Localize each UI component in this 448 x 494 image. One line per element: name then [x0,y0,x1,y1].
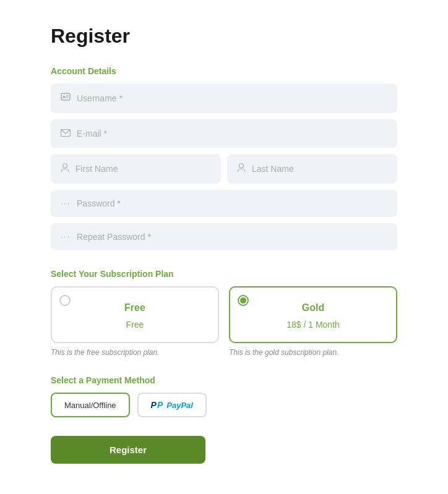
last-name-field-wrapper [227,154,397,184]
plan-card-gold[interactable]: Gold 18$ / 1 Month [229,286,397,343]
manual-payment-label: Manual/Offline [64,401,116,410]
svg-rect-0 [61,93,70,100]
paypal-label: PayPal [166,401,193,410]
password-field-wrapper: ··· [51,190,397,217]
account-details-section: Account Details [51,66,397,250]
plans-descriptions: This is the free subscription plan. This… [51,348,397,357]
payment-section: Select a Payment Method Manual/Offline P… [51,375,397,417]
email-icon [61,128,71,139]
first-name-field-wrapper [51,154,221,184]
email-input[interactable] [77,129,387,138]
manual-payment-button[interactable]: Manual/Offline [51,393,130,417]
password-input[interactable] [77,198,387,208]
account-details-label: Account Details [51,66,397,76]
username-field-wrapper [51,83,397,113]
plan-card-free[interactable]: Free Free [51,286,219,343]
username-input[interactable] [77,93,387,103]
svg-point-5 [63,164,67,168]
repeat-password-input[interactable] [77,232,387,242]
name-row [51,154,397,184]
svg-point-6 [239,164,244,168]
paypal-payment-button[interactable]: PP PayPal [137,393,207,417]
free-plan-price: Free [62,320,208,330]
gold-radio [238,295,249,306]
last-name-icon [237,163,246,175]
subscription-label: Select Your Subscription Plan [51,269,397,279]
payment-label: Select a Payment Method [51,375,397,385]
repeat-password-icon: ··· [61,232,71,241]
username-icon [61,92,71,104]
payment-methods: Manual/Offline PP PayPal [51,393,397,417]
repeat-password-field-wrapper: ··· [51,223,397,250]
email-field-wrapper [51,119,397,148]
free-plan-description: This is the free subscription plan. [51,348,219,357]
gold-plan-name: Gold [240,302,386,313]
register-button[interactable]: Register [51,436,205,464]
first-name-icon [61,163,69,175]
last-name-input[interactable] [252,164,387,174]
gold-radio-inner [240,297,246,304]
free-plan-name: Free [62,302,208,313]
password-icon: ··· [61,199,71,208]
register-button-label: Register [110,445,147,455]
paypal-icon: PP [151,400,163,410]
page-container: Register Account Details [51,25,397,469]
free-radio [59,295,71,306]
first-name-input[interactable] [75,164,211,174]
gold-plan-description: This is the gold subscription plan. [229,348,397,357]
page-title: Register [51,25,397,48]
subscription-section: Select Your Subscription Plan Free Free … [51,269,397,357]
gold-plan-price: 18$ / 1 Month [240,320,386,330]
plan-options: Free Free Gold 18$ / 1 Month [51,286,397,343]
